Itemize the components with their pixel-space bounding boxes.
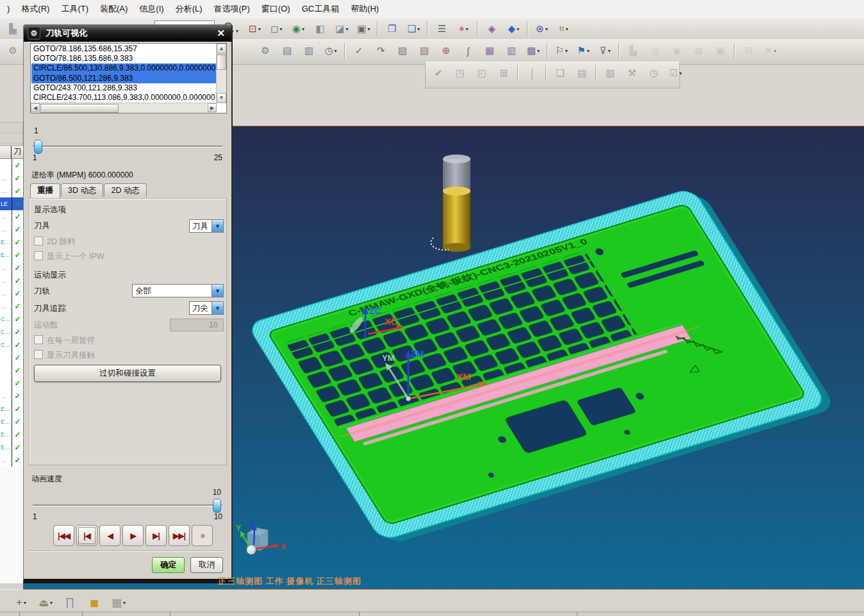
navigator-row[interactable]: … ✓ <box>0 262 23 274</box>
toolpath-range-combo[interactable]: 全部 ▼ <box>132 284 224 297</box>
menu-item[interactable]: 首选项(P) <box>208 0 256 17</box>
navigator-row[interactable]: … ✓ <box>0 223 23 236</box>
dropdown-caret[interactable]: ▾ <box>24 600 26 606</box>
2d-material-removal-checkbox[interactable] <box>34 237 43 246</box>
navigator-row[interactable]: C… ✓ <box>0 313 23 326</box>
toolpath-list-line[interactable]: GOTO/78.186,135.686,15.357 <box>31 44 216 54</box>
history-button[interactable]: ▙▾ <box>623 42 644 60</box>
navigator-row[interactable]: E… ✓ <box>0 428 23 441</box>
menu-item[interactable]: 帮助(H) <box>345 0 385 17</box>
tool-trace-combo[interactable]: 刀尖 ▼ <box>189 301 224 315</box>
spline-button[interactable]: ∫▾ <box>458 42 478 60</box>
workpiece-list-button[interactable]: ◰▾ <box>472 64 492 82</box>
dropdown-caret[interactable]: ▾ <box>537 48 540 54</box>
menu-item[interactable]: 分析(L) <box>170 0 208 17</box>
toolpath-list-line[interactable]: CIRCLE/243.700,113.086,9.383,0.0000000,0… <box>31 93 216 103</box>
feed-region-button[interactable]: ▨▾ <box>392 42 413 60</box>
machine-sim-button[interactable]: ⚙▾ <box>255 42 276 60</box>
step-back-button[interactable]: |◀ <box>76 525 97 546</box>
speed-slider-thumb[interactable] <box>213 499 221 513</box>
dropdown-caret[interactable]: ▾ <box>565 48 568 54</box>
scroll-right-arrow[interactable]: ▶ <box>208 103 217 112</box>
toolbar-button[interactable]: ▾ <box>547 42 548 59</box>
navigator-row[interactable]: ✓ <box>0 159 23 172</box>
gouge-collision-settings-button[interactable]: 过切和碰撞设置 <box>34 365 221 382</box>
horizontal-scrollbar[interactable]: ◀ ▶ <box>31 103 217 113</box>
measure-button[interactable]: ⌗▾ <box>553 20 574 38</box>
op-list-button[interactable]: ▥▾ <box>600 64 620 82</box>
table-drill-button[interactable]: ⊞▾ <box>494 64 514 82</box>
hscroll-thumb[interactable] <box>40 104 119 113</box>
toolbar-button[interactable]: ▾ <box>517 65 519 81</box>
verify-toolpath-button[interactable]: ✔▾ <box>428 64 449 82</box>
dropdown-caret[interactable]: ▾ <box>774 48 776 54</box>
navigator-row[interactable]: E… ✓ <box>0 441 23 454</box>
shop-doc-button[interactable]: ▥▾ <box>299 42 319 60</box>
dropdown-caret[interactable]: ▾ <box>367 26 370 32</box>
shaded-view-button[interactable]: ◉▾ <box>288 20 308 38</box>
navigator-row[interactable]: … ✓ <box>0 172 23 185</box>
navigator-column-header[interactable]: 刀 <box>0 146 23 159</box>
wireframe-button[interactable]: ◪▾ <box>331 20 352 38</box>
toolbar-button[interactable]: ▾ <box>545 65 547 81</box>
navigator-row[interactable]: LE ✓ <box>0 197 23 210</box>
dropdown-caret[interactable]: ▾ <box>345 26 348 32</box>
scroll-up-arrow[interactable]: ▲ <box>217 44 226 54</box>
dropdown-caret[interactable]: ▾ <box>517 26 519 32</box>
go-to-start-button[interactable]: |◀◀ <box>53 525 74 546</box>
chevron-down-icon[interactable]: ▼ <box>212 220 223 232</box>
dialog-tab[interactable]: 3D 动态 <box>61 183 103 197</box>
constraint-button[interactable]: ⊛▾ <box>531 20 552 38</box>
csys-display-button[interactable]: ⌖▾ <box>453 20 474 38</box>
navigator-row[interactable]: ✓ <box>0 364 23 377</box>
layered-windows-button[interactable]: ❏▾ <box>550 64 570 82</box>
op-time-button[interactable]: ◷▾ <box>644 64 664 82</box>
dropdown-caret[interactable]: ▾ <box>679 71 682 76</box>
palette-button[interactable]: ▦▾ <box>479 42 500 60</box>
dropdown-caret[interactable]: ▾ <box>587 48 590 54</box>
progress-slider-thumb[interactable] <box>34 140 42 154</box>
toolbar-button[interactable]: ▾ <box>427 21 428 37</box>
tag-find-button[interactable]: ◎▾ <box>645 42 665 60</box>
step-forward-button[interactable]: ▶| <box>145 525 167 546</box>
motion-count-field[interactable]: 10 <box>170 319 224 331</box>
toolbar-button[interactable]: ▾ <box>527 21 528 37</box>
half-shade-button[interactable]: ◧▾ <box>310 20 330 38</box>
tag-doc-button[interactable]: ▣▾ <box>710 42 731 60</box>
extrude-button[interactable]: ⏏▾ <box>34 592 57 613</box>
tool-display-combo[interactable]: 刀具 ▼ <box>189 219 224 233</box>
time-estimate-button[interactable]: ◷▾ <box>320 42 341 60</box>
menu-item[interactable]: 格式(R) <box>15 0 55 17</box>
delete-button[interactable]: ✕▾ <box>760 42 781 60</box>
dropdown-caret[interactable]: ▾ <box>302 26 304 32</box>
dropdown-caret[interactable]: ▾ <box>466 26 469 32</box>
workpiece-button[interactable]: ◳▾ <box>450 64 470 82</box>
dropdown-caret[interactable]: ▾ <box>258 26 261 32</box>
show-previous-ipw-checkbox[interactable] <box>34 251 43 260</box>
menu-item[interactable]: 工具(T) <box>55 0 94 17</box>
toolbar-button[interactable]: ▾ <box>377 21 378 37</box>
navigator-row[interactable]: … ✓ <box>0 210 23 223</box>
ok-button[interactable]: 确定 <box>152 557 185 573</box>
navigator-row[interactable]: C… ✓ <box>0 326 23 338</box>
go-to-end-button[interactable]: ▶▶| <box>169 525 190 546</box>
show-tool-contact-checkbox[interactable] <box>34 350 43 359</box>
point-button[interactable]: ⊕▾ <box>436 42 456 60</box>
scroll-down-arrow[interactable]: ▼ <box>217 93 226 103</box>
tag-add-button[interactable]: ◉▾ <box>667 42 687 60</box>
speed-slider-track[interactable] <box>33 504 222 506</box>
document-button[interactable]: ▤▾ <box>572 64 592 82</box>
toolpath-command-list[interactable]: GOTO/78.186,135.686,15.357GOTO/78.186,13… <box>30 43 227 113</box>
dropdown-caret[interactable]: ▾ <box>123 600 126 606</box>
point-constructor-button[interactable]: +▾ <box>10 592 33 613</box>
dropdown-caret[interactable]: ▾ <box>608 48 610 54</box>
navigator-row[interactable]: … ✓ <box>0 274 23 287</box>
tree-config-button[interactable]: ⊟▾ <box>738 42 759 60</box>
menu-item[interactable]: 窗口(O) <box>256 0 296 17</box>
pause-each-level-checkbox[interactable] <box>34 335 43 344</box>
navigator-row[interactable]: C… ✓ <box>0 338 23 351</box>
layer-settings-button[interactable]: ☰▾ <box>431 20 452 38</box>
toolbar-button[interactable]: ▾ <box>344 42 345 59</box>
toolbar-button[interactable]: ▾ <box>619 42 620 59</box>
navigator-row[interactable]: … ✓ <box>0 287 23 300</box>
